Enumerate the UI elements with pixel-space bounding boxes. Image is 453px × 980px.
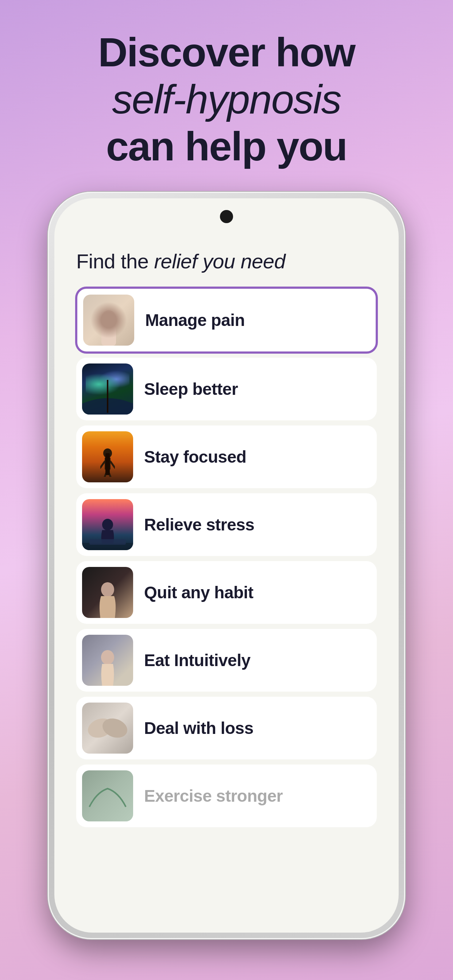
- menu-item-stay-focused[interactable]: Stay focused: [76, 425, 377, 488]
- menu-item-relieve-stress[interactable]: Relieve stress: [76, 493, 377, 556]
- screen-content: Find the relief you need Manage pain: [54, 235, 399, 932]
- menu-label-quit-any-habit: Quit any habit: [144, 582, 254, 602]
- svg-line-7: [105, 469, 108, 477]
- header-line2: self-hypnosis: [112, 76, 341, 122]
- phone-mockup: Find the relief you need Manage pain: [48, 192, 405, 939]
- menu-label-eat-intuitively: Eat Intuitively: [144, 651, 250, 670]
- phone-screen: Find the relief you need Manage pain: [54, 198, 399, 932]
- menu-image-exercise-stronger: [82, 770, 133, 821]
- svg-point-12: [101, 582, 114, 597]
- menu-image-eat-intuitively: [82, 635, 133, 686]
- menu-item-exercise-stronger[interactable]: Exercise stronger: [76, 765, 377, 827]
- svg-rect-16: [82, 770, 133, 821]
- menu-label-deal-with-loss: Deal with loss: [144, 718, 254, 738]
- menu-image-manage-pain: [83, 294, 134, 345]
- svg-line-5: [100, 461, 105, 468]
- screen-subtitle-italic: relief you need: [154, 250, 285, 273]
- menu-label-stay-focused: Stay focused: [144, 447, 246, 467]
- menu-image-stay-focused: [82, 431, 133, 482]
- svg-rect-1: [101, 326, 116, 345]
- header: Discover how self-hypnosis can help you: [69, 0, 384, 192]
- menu-image-deal-with-loss: [82, 703, 133, 754]
- menu-list: Manage pain Sleep better: [76, 288, 377, 827]
- menu-label-exercise-stronger: Exercise stronger: [144, 786, 283, 806]
- menu-item-manage-pain[interactable]: Manage pain: [76, 288, 377, 353]
- menu-item-sleep-better[interactable]: Sleep better: [76, 358, 377, 420]
- screen-subtitle-normal: Find the: [76, 250, 154, 273]
- svg-point-0: [101, 310, 116, 326]
- menu-label-relieve-stress: Relieve stress: [144, 515, 254, 535]
- menu-item-quit-any-habit[interactable]: Quit any habit: [76, 561, 377, 624]
- menu-label-sleep-better: Sleep better: [144, 379, 238, 399]
- header-title: Discover how self-hypnosis can help you: [98, 29, 355, 170]
- svg-point-3: [103, 449, 112, 458]
- svg-rect-11: [89, 539, 126, 545]
- svg-point-9: [102, 519, 113, 530]
- phone-frame: Find the relief you need Manage pain: [48, 192, 405, 939]
- header-line1: Discover how: [98, 30, 355, 75]
- menu-image-quit-any-habit: [82, 567, 133, 618]
- camera-notch: [220, 210, 233, 223]
- menu-item-eat-intuitively[interactable]: Eat Intuitively: [76, 629, 377, 692]
- menu-image-relieve-stress: [82, 499, 133, 550]
- menu-item-deal-with-loss[interactable]: Deal with loss: [76, 697, 377, 759]
- svg-point-13: [101, 650, 114, 665]
- screen-subtitle: Find the relief you need: [76, 250, 377, 273]
- svg-line-8: [108, 469, 110, 477]
- svg-line-6: [110, 461, 115, 468]
- menu-label-manage-pain: Manage pain: [145, 310, 245, 330]
- svg-rect-4: [105, 457, 110, 470]
- menu-image-sleep-better: [82, 363, 133, 415]
- header-line3: can help you: [106, 124, 347, 169]
